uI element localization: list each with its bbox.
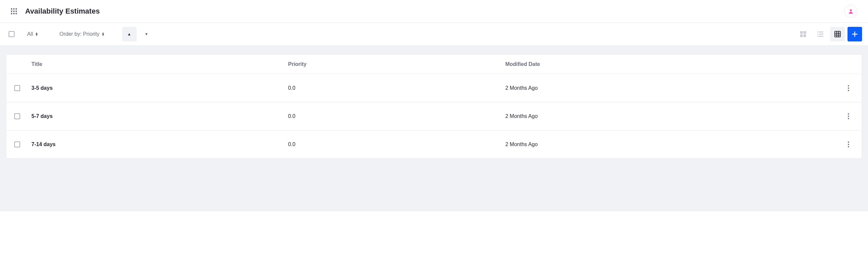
svg-point-30: [848, 113, 849, 115]
svg-rect-3: [11, 10, 12, 12]
order-label: Order by: Priority: [60, 31, 100, 37]
caret-up-icon: ▲: [127, 32, 131, 36]
row-checkbox[interactable]: [14, 141, 20, 147]
row-actions-button[interactable]: [843, 139, 854, 150]
svg-rect-19: [819, 36, 823, 37]
col-header-title[interactable]: Title: [26, 55, 283, 74]
row-title[interactable]: 3-5 days: [31, 85, 53, 91]
row-priority: 0.0: [283, 74, 500, 102]
row-title[interactable]: 5-7 days: [31, 113, 53, 119]
svg-rect-12: [800, 34, 803, 37]
svg-rect-10: [800, 31, 803, 34]
row-modified: 2 Months Ago: [500, 74, 838, 102]
filter-label: All: [27, 31, 33, 37]
svg-rect-0: [11, 8, 12, 9]
toolbar-right: [796, 27, 862, 42]
col-header-priority[interactable]: Priority: [283, 55, 500, 74]
kebab-icon: [848, 85, 849, 91]
svg-point-35: [848, 146, 849, 147]
table-row: 3-5 days0.02 Months Ago: [6, 74, 862, 102]
svg-point-34: [848, 144, 849, 145]
svg-rect-1: [13, 8, 14, 9]
svg-rect-7: [13, 13, 14, 14]
caret-updown-icon: ▲▼: [101, 32, 105, 36]
row-modified: 2 Months Ago: [500, 131, 838, 159]
table-row: 5-7 days0.02 Months Ago: [6, 102, 862, 131]
row-modified: 2 Months Ago: [500, 102, 838, 131]
data-table: Title Priority Modified Date 3-5 days0.0…: [6, 55, 862, 158]
svg-point-31: [848, 116, 849, 117]
plus-icon: [851, 31, 858, 37]
user-icon: [848, 8, 854, 14]
page-title: Availability Estimates: [25, 7, 100, 16]
row-priority: 0.0: [283, 102, 500, 131]
apps-icon[interactable]: [10, 8, 17, 15]
caret-down-icon: ▼: [145, 32, 149, 36]
col-header-check: [6, 55, 26, 74]
svg-rect-18: [817, 36, 818, 37]
add-button[interactable]: [847, 27, 862, 42]
col-header-actions: [838, 55, 862, 74]
row-checkbox[interactable]: [14, 85, 20, 91]
topbar: Availability Estimates: [0, 0, 868, 23]
sort-desc-button[interactable]: ▼: [139, 27, 154, 42]
svg-rect-6: [11, 13, 12, 14]
table-icon: [834, 31, 841, 37]
svg-rect-5: [16, 10, 17, 12]
cards-icon: [800, 31, 806, 37]
svg-rect-2: [16, 8, 17, 9]
toolbar: All ▲▼ Order by: Priority ▲▼ ▲ ▼: [0, 23, 868, 46]
svg-rect-15: [819, 31, 823, 32]
svg-rect-11: [803, 31, 806, 34]
kebab-icon: [848, 141, 849, 147]
avatar[interactable]: [844, 5, 858, 18]
table-card: Title Priority Modified Date 3-5 days0.0…: [6, 54, 862, 159]
table-row: 7-14 days0.02 Months Ago: [6, 131, 862, 159]
row-title[interactable]: 7-14 days: [31, 141, 56, 147]
svg-point-27: [848, 85, 849, 86]
row-priority: 0.0: [283, 131, 500, 159]
svg-rect-4: [13, 10, 14, 12]
svg-rect-17: [819, 34, 823, 35]
row-actions-button[interactable]: [843, 111, 854, 121]
row-checkbox[interactable]: [14, 113, 20, 119]
content-area: Title Priority Modified Date 3-5 days0.0…: [0, 46, 868, 211]
svg-rect-16: [817, 34, 818, 35]
order-dropdown[interactable]: Order by: Priority ▲▼: [56, 28, 109, 40]
svg-rect-14: [817, 31, 818, 32]
svg-point-28: [848, 87, 849, 89]
svg-point-32: [848, 118, 849, 119]
svg-point-29: [848, 90, 849, 91]
kebab-icon: [848, 113, 849, 119]
svg-rect-8: [16, 13, 17, 14]
view-list-button[interactable]: [813, 27, 828, 42]
view-cards-button[interactable]: [796, 27, 810, 42]
topbar-left: Availability Estimates: [10, 7, 100, 16]
row-actions-button[interactable]: [843, 83, 854, 93]
toolbar-left: All ▲▼ Order by: Priority ▲▼ ▲ ▼: [6, 27, 154, 42]
svg-rect-20: [835, 31, 840, 37]
svg-point-33: [848, 141, 849, 143]
list-icon: [817, 31, 824, 37]
view-table-button[interactable]: [830, 27, 845, 42]
caret-updown-icon: ▲▼: [35, 32, 38, 36]
svg-point-9: [850, 9, 852, 11]
col-header-modified[interactable]: Modified Date: [500, 55, 838, 74]
svg-rect-13: [803, 34, 806, 37]
sort-asc-button[interactable]: ▲: [122, 27, 137, 42]
filter-dropdown[interactable]: All ▲▼: [23, 28, 42, 40]
select-all-checkbox[interactable]: [9, 31, 14, 37]
